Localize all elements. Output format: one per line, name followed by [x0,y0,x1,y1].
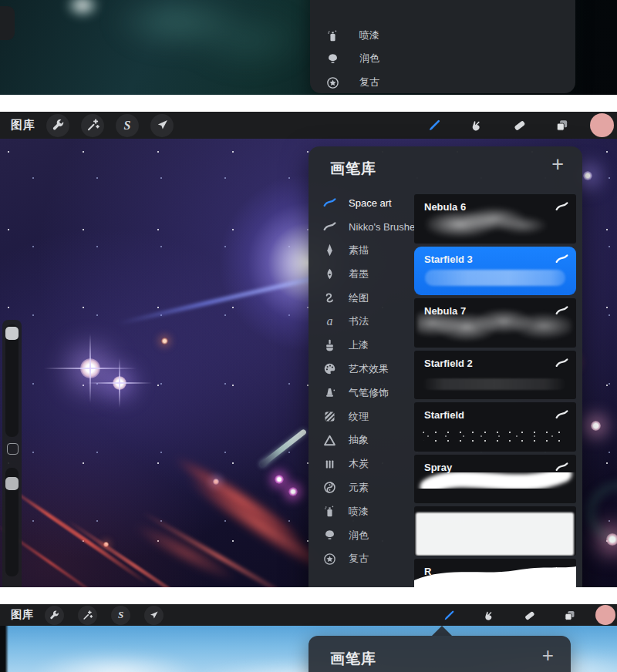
menu-item-label: 复古 [359,76,379,89]
top-artwork-haze [108,0,308,73]
selection-button[interactable]: S [111,606,130,625]
retro-star-icon [322,552,337,566]
brush-card-nebula-7[interactable]: Nebula 7 [414,298,576,348]
add-brush-button[interactable]: + [551,154,564,175]
menu-item-label: 润色 [359,52,379,66]
category-artistic[interactable]: 艺术效果 [322,358,413,381]
panel-caret [432,626,452,636]
category-calligraphy[interactable]: a 书法 [322,310,413,334]
brush-name: Soft Bull [424,513,465,525]
gallery-button[interactable]: 图库 [11,608,34,622]
category-space-art[interactable]: Space art [322,191,413,215]
texture-hatch-icon [322,409,337,424]
category-charcoal[interactable]: 木炭 [322,452,413,476]
brush-size-slider[interactable] [5,324,19,437]
menu-item-retro[interactable]: 复古 [310,71,575,94]
menu-item-label: 喷漆 [359,29,379,42]
actions-wrench-button[interactable] [46,114,69,137]
category-textures[interactable]: 纹理 [322,405,413,428]
category-abstract[interactable]: 抽象 [322,428,413,452]
brush-name: R [424,566,431,577]
category-painting[interactable]: 上漆 [322,334,413,358]
gallery-button[interactable]: 图库 [11,118,35,133]
category-airbrushing[interactable]: 气笔修饰 [322,381,413,405]
stroke-corner-icon [555,200,568,213]
magic-wand-icon [82,610,93,621]
brush-card-starfield[interactable]: Starfield [414,402,576,452]
adjustments-menu-panel: 喷漆 润色 复古 亮度 [310,0,575,93]
menu-item-gradient-map[interactable]: 润色 [310,47,575,70]
add-brush-button[interactable]: + [542,645,554,665]
category-label: 纹理 [349,410,369,424]
layers-button[interactable] [560,606,578,624]
eraser-tool-button[interactable] [520,606,538,624]
category-label: 元素 [349,481,369,495]
category-vintage[interactable]: 复古 [322,547,413,571]
active-color-swatch[interactable] [590,113,614,137]
eraser-icon [523,609,536,622]
category-retouch[interactable]: 润色 [322,523,413,547]
transform-arrow-icon [155,118,170,133]
eraser-icon [512,118,527,133]
brush-card-starfield-3-selected[interactable]: Starfield 3 [414,247,576,296]
category-drawing[interactable]: 绘图 [322,286,413,310]
selection-s-icon: S [124,119,131,133]
panel-title: 画笔库 [330,649,376,669]
page: 喷漆 润色 复古 亮度 图库 S [0,0,617,672]
menu-item-luminance[interactable]: 亮度 [310,94,575,95]
category-label: 书法 [349,314,369,328]
brush-card-spray[interactable]: Spray [414,455,576,504]
smudge-tool-button[interactable] [480,606,498,624]
selection-button[interactable]: S [116,114,139,137]
category-nikkos-brushes[interactable]: Nikko's Brushes [322,215,413,239]
spray-can-icon [322,504,337,519]
adjustments-button[interactable] [81,114,104,137]
brush-preview-list: Nebula 6 Starfield 3 Nebula 7 Starfield … [414,194,576,587]
modify-button[interactable] [7,443,19,455]
brush-preview-texture [414,559,576,588]
top-artwork-waterfall [65,0,100,18]
menu-item-spray-paint[interactable]: 喷漆 [310,24,575,47]
brush-size-handle[interactable] [5,327,19,340]
brush-preview-texture [422,430,567,442]
transform-button[interactable] [144,606,164,625]
category-elements[interactable]: 元素 [322,476,413,500]
brush-stroke-icon [322,220,337,234]
brush-tool-button[interactable] [423,114,446,137]
brush-card-starfield-2[interactable]: Starfield 2 [414,351,576,400]
category-spraypaint[interactable]: 喷漆 [322,499,413,523]
category-inking[interactable]: 着墨 [322,262,413,286]
brush-tool-button[interactable] [440,606,458,624]
layers-button[interactable] [550,114,573,137]
category-label: 喷漆 [349,505,369,519]
wrench-icon [49,610,60,621]
category-sketching[interactable]: 素描 [322,239,413,263]
brush-preview-texture [422,378,567,390]
brush-name: Starfield [424,409,464,421]
brush-library-panel: 画笔库 + [308,636,571,672]
transform-arrow-icon [148,610,160,621]
brush-name: Starfield 2 [424,358,473,369]
gradient-lamp-icon [322,528,337,543]
layers-icon [555,118,569,133]
brush-card-soft-bull[interactable]: Soft Bull [414,506,576,556]
sketch-tip-icon [322,243,337,257]
brush-name: Nebula 6 [424,201,466,213]
bottom-screenshot-crop: 图库 S 画笔库 + [0,604,617,672]
brush-card-nebula-6[interactable]: Nebula 6 [414,194,576,244]
actions-wrench-button[interactable] [45,606,64,625]
eraser-tool-button[interactable] [507,114,531,137]
purple-star-top-right [583,171,592,180]
triangle-icon [322,433,337,448]
brush-stroke-icon [322,196,337,210]
magic-wand-icon [86,118,100,133]
brush-opacity-handle[interactable] [5,477,19,490]
active-color-swatch[interactable] [595,605,615,625]
category-label: 抽象 [349,433,369,447]
category-label: 艺术效果 [349,362,389,376]
brush-card-r[interactable]: R [414,559,576,588]
smudge-tool-button[interactable] [465,114,488,137]
transform-button[interactable] [150,114,174,137]
adjustments-button[interactable] [78,606,97,625]
brush-preview-texture [425,270,565,286]
